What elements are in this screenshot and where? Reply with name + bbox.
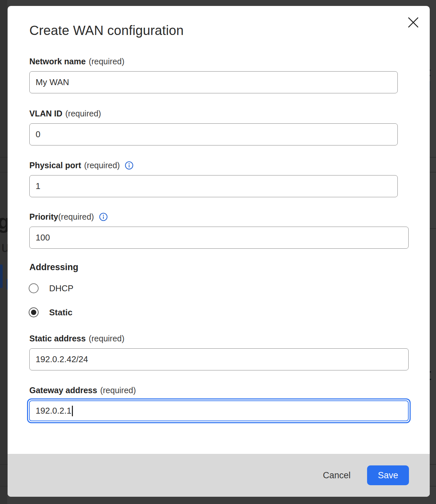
text-caret [72, 406, 73, 416]
network-name-field: Network name (required) My WAN [29, 55, 398, 93]
static-address-field: Static address (required) 192.0.2.42/24 [29, 332, 409, 370]
network-name-label: Network name [29, 57, 86, 66]
input-value: 1 [36, 181, 40, 191]
create-wan-configuration-dialog: Create WAN configuration Network name (r… [8, 6, 430, 497]
input-value: 192.0.2.42/24 [36, 354, 88, 364]
vlan-id-label: VLAN ID [29, 109, 62, 118]
vlan-id-input[interactable]: 0 [29, 123, 398, 145]
input-value: My WAN [36, 77, 69, 87]
required-note: (required) [89, 57, 124, 66]
radio-label: Static [49, 307, 73, 318]
gateway-address-field: Gateway address (required) 192.0.2.1 [29, 384, 411, 423]
input-value: 0 [36, 129, 40, 140]
save-button[interactable]: Save [367, 465, 409, 485]
info-icon[interactable] [125, 161, 134, 170]
close-button[interactable] [405, 15, 421, 30]
radio-label: DHCP [49, 283, 74, 294]
radio-icon[interactable] [29, 307, 39, 317]
addressing-option-dhcp[interactable]: DHCP [29, 282, 74, 295]
addressing-option-static[interactable]: Static [29, 306, 73, 319]
priority-field: Priority (required) 100 [29, 211, 409, 249]
physical-port-field: Physical port (required) 1 [29, 159, 398, 197]
required-note: (required) [65, 109, 101, 118]
physical-port-label: Physical port [29, 161, 81, 170]
vlan-id-field: VLAN ID (required) 0 [29, 108, 398, 145]
required-note: (required) [100, 386, 136, 395]
background-button-fragment [0, 265, 3, 288]
priority-input[interactable]: 100 [29, 227, 409, 249]
priority-label: Priority [29, 212, 58, 222]
network-name-input[interactable]: My WAN [29, 71, 398, 93]
required-note: (required) [89, 334, 124, 343]
cancel-button[interactable]: Cancel [323, 470, 351, 481]
static-address-input[interactable]: 192.0.2.42/24 [29, 348, 409, 370]
x-icon [407, 16, 420, 29]
dialog-title: Create WAN configuration [29, 23, 184, 38]
required-note: (required) [84, 161, 120, 170]
gateway-address-focus-ring: 192.0.2.1 [27, 398, 411, 423]
input-value: 100 [36, 233, 50, 243]
gateway-address-label: Gateway address [29, 386, 97, 395]
static-address-label: Static address [29, 334, 86, 343]
info-icon[interactable] [99, 212, 108, 221]
physical-port-input[interactable]: 1 [29, 175, 398, 197]
input-value: 192.0.2.1 [36, 406, 71, 416]
dialog-footer: Cancel Save [8, 454, 430, 497]
gateway-address-input[interactable]: 192.0.2.1 [29, 400, 409, 421]
required-note: (required) [58, 212, 94, 222]
addressing-heading: Addressing [29, 262, 78, 272]
radio-icon[interactable] [29, 283, 39, 293]
